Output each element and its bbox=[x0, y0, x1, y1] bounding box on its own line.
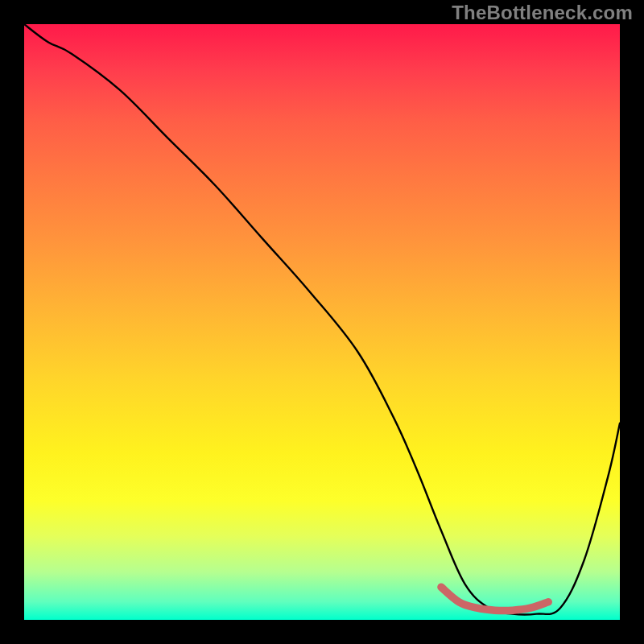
chart-container: TheBottleneck.com bbox=[0, 0, 644, 644]
bottleneck-curve bbox=[24, 24, 620, 615]
curve-svg bbox=[24, 24, 620, 620]
watermark-text: TheBottleneck.com bbox=[452, 2, 633, 24]
highlight-segment bbox=[441, 587, 548, 610]
plot-area bbox=[24, 24, 620, 620]
